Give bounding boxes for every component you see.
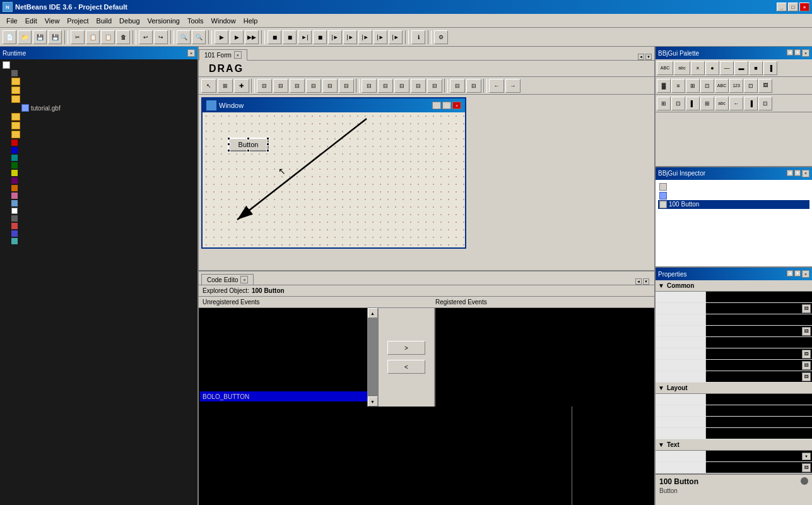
- palette-btn-scroll[interactable]: ▌: [686, 97, 700, 110]
- design-window[interactable]: Window _ □ × Button: [201, 97, 466, 249]
- close-button[interactable]: ×: [799, 3, 809, 11]
- toolbar-step8-btn[interactable]: |►: [389, 30, 403, 44]
- selected-event-item[interactable]: BOLO_BUTTON: [200, 391, 367, 401]
- events-scrollbar[interactable]: ▲ ▼: [367, 308, 377, 407]
- tree-item-22[interactable]: [1, 230, 196, 237]
- tree-item-8[interactable]: [1, 121, 196, 130]
- tree-item-10[interactable]: [1, 139, 196, 146]
- ftb-align-mid[interactable]: ⊟: [322, 79, 338, 93]
- handle-tr[interactable]: [266, 137, 269, 140]
- tree-item-19[interactable]: [1, 207, 196, 215]
- prop-value-4[interactable]: 🖼: [706, 326, 812, 336]
- code-ctrl-1[interactable]: ◄: [635, 278, 642, 285]
- toolbar-run2-btn[interactable]: ▶▶: [245, 30, 259, 44]
- code-tab-close-btn[interactable]: ×: [240, 276, 248, 283]
- palette-btn-abc2[interactable]: abc: [674, 61, 690, 75]
- tree-item-23[interactable]: [1, 237, 196, 245]
- prop-value-8[interactable]: 🖼: [706, 371, 812, 382]
- palette-btn-tree[interactable]: ⊞: [686, 79, 700, 93]
- toolbar-step2-btn[interactable]: ►|: [298, 30, 312, 44]
- handle-tl[interactable]: [227, 137, 230, 140]
- props-ctrl-2[interactable]: ▼: [794, 270, 801, 276]
- palette-close-btn[interactable]: ×: [802, 49, 809, 57]
- toolbar-save-all-btn[interactable]: 💾: [48, 30, 62, 44]
- code-ctrl-2[interactable]: ▼: [643, 278, 649, 285]
- handle-mr[interactable]: [266, 143, 269, 146]
- win-close-btn[interactable]: ×: [452, 102, 461, 109]
- toolbar-delete-btn[interactable]: 🗑: [116, 30, 130, 44]
- ftb-dist-v[interactable]: ⊟: [378, 79, 393, 93]
- tree-item-3[interactable]: [1, 77, 196, 86]
- ftb-align-top[interactable]: ⊟: [306, 79, 321, 93]
- palette-btn-list[interactable]: ⊡: [700, 79, 714, 93]
- menu-versioning[interactable]: Versioning: [144, 16, 184, 26]
- ftb-ungroup[interactable]: ⊟: [466, 79, 481, 93]
- inspector-item-button[interactable]: □ 100 Button: [658, 200, 809, 209]
- title-bar-buttons[interactable]: _ □ ×: [777, 3, 809, 11]
- ftb-select[interactable]: ⊞: [218, 79, 233, 93]
- form-tab-close-btn[interactable]: ×: [234, 51, 242, 59]
- palette-btn-abc[interactable]: ABC: [657, 61, 673, 75]
- menu-edit[interactable]: Edit: [21, 16, 41, 26]
- inspector-item-form[interactable]: [658, 191, 809, 200]
- inspector-close-btn[interactable]: ×: [802, 170, 809, 177]
- tree-item-16[interactable]: [1, 184, 196, 192]
- tree-item-18[interactable]: [1, 199, 196, 207]
- toolbar-copy-btn[interactable]: 📋: [86, 30, 100, 44]
- palette-btn-x[interactable]: ×: [691, 61, 705, 75]
- form-tab-101[interactable]: 101 Form ×: [199, 49, 247, 61]
- ftb-align-bot[interactable]: ⊟: [339, 79, 354, 93]
- prop-value-5[interactable]: [706, 337, 812, 348]
- prop-img-icon-t2[interactable]: 🖼: [802, 463, 811, 472]
- tree-item-2[interactable]: [1, 69, 196, 77]
- toolbar-new-btn[interactable]: 📄: [3, 30, 16, 44]
- tree-item-21[interactable]: [1, 222, 196, 230]
- scroll-down-btn[interactable]: ▼: [368, 396, 378, 407]
- prop-value-3[interactable]: [706, 314, 812, 325]
- tree-item-7[interactable]: [1, 112, 196, 121]
- handle-bl[interactable]: [227, 149, 230, 152]
- palette-btn-combo[interactable]: ⊡: [744, 79, 758, 93]
- ftb-size-h[interactable]: ⊟: [411, 79, 426, 93]
- toolbar-save-btn[interactable]: 💾: [33, 30, 47, 44]
- ftb-size-w[interactable]: ⊟: [394, 79, 409, 93]
- prop-img-icon-7[interactable]: 🖼: [802, 361, 811, 370]
- ftb-pointer[interactable]: ↖: [201, 79, 216, 93]
- palette-btn-canvas[interactable]: ⊡: [758, 97, 772, 110]
- toolbar-info-btn[interactable]: ℹ: [411, 30, 425, 44]
- prop-dropdown-t1[interactable]: ▼: [802, 453, 811, 460]
- inspector-item-root[interactable]: [658, 182, 809, 191]
- tree-item-1[interactable]: [1, 61, 196, 69]
- toolbar-undo-btn[interactable]: ↩: [139, 30, 153, 44]
- palette-btn-num[interactable]: 123: [729, 79, 743, 93]
- toolbar-step6-btn[interactable]: |►: [358, 30, 372, 44]
- minimize-button[interactable]: _: [777, 3, 787, 11]
- toolbar-open-btn[interactable]: 📁: [18, 30, 32, 44]
- toolbar-paste-btn[interactable]: 📋: [101, 30, 115, 44]
- toolbar-run-btn[interactable]: ▶: [230, 30, 244, 44]
- prop-value-l4[interactable]: [706, 428, 812, 439]
- toolbar-step3-btn[interactable]: ◼: [313, 30, 327, 44]
- menu-window[interactable]: Window: [208, 16, 240, 26]
- ftb-group[interactable]: ⊟: [450, 79, 465, 93]
- palette-btn-arrow[interactable]: ←: [729, 97, 743, 110]
- inspector-ctrl-2[interactable]: ▼: [794, 170, 801, 176]
- design-button-widget[interactable]: Button: [228, 138, 269, 152]
- ftb-extra2[interactable]: →: [505, 79, 521, 93]
- code-editor-main[interactable]: [199, 407, 572, 505]
- toolbar-compile-btn[interactable]: ▶: [215, 30, 228, 44]
- inspector-ctrl-1[interactable]: ◄: [787, 170, 793, 176]
- menu-help[interactable]: Help: [240, 16, 262, 26]
- tree-item-4[interactable]: [1, 86, 196, 95]
- prop-img-icon-6[interactable]: 🖼: [802, 350, 811, 359]
- tree-item-9[interactable]: [1, 130, 196, 139]
- code-editor-tab[interactable]: Code Edito ×: [201, 274, 254, 285]
- toolbar-redo-btn[interactable]: ↪: [154, 30, 168, 44]
- handle-tm[interactable]: [247, 137, 250, 140]
- tree-item-14[interactable]: [1, 169, 196, 177]
- palette-ctrl-1[interactable]: ◄: [787, 49, 793, 56]
- palette-btn-menu[interactable]: ≡: [671, 79, 685, 93]
- prop-img-icon-4[interactable]: 🖼: [802, 327, 811, 336]
- tree-item-6[interactable]: tutorial.gbf: [1, 104, 196, 112]
- palette-btn-img[interactable]: 🖼: [758, 79, 772, 93]
